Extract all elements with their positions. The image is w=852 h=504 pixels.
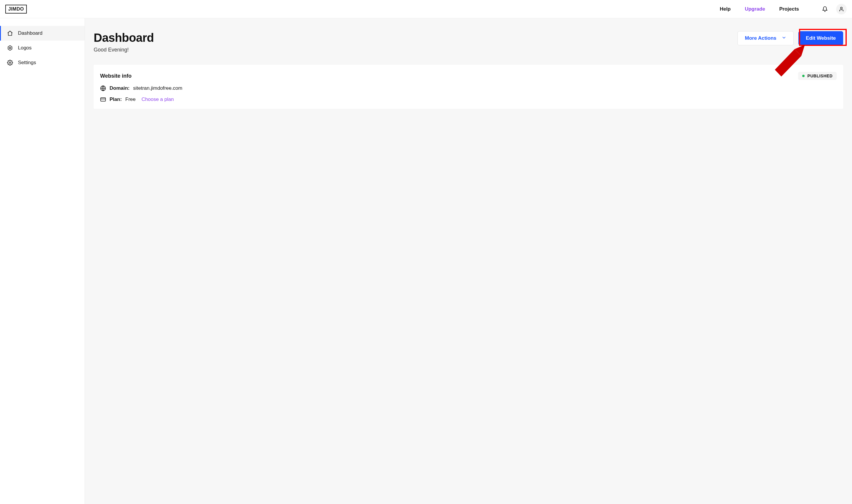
sidebar-item-label: Dashboard: [18, 30, 42, 36]
edit-website-label: Edit Website: [806, 35, 836, 41]
sidebar-item-logos[interactable]: Logos: [0, 41, 85, 55]
choose-plan-link[interactable]: Choose a plan: [142, 96, 174, 102]
card-title: Website info: [100, 73, 132, 79]
website-info-card: Website info PUBLISHED Domain: sitetran.…: [94, 65, 843, 109]
domain-row: Domain: sitetran.jimdofree.com: [100, 85, 837, 91]
svg-point-3: [10, 62, 11, 64]
logos-icon: [7, 45, 13, 51]
home-icon: [7, 30, 13, 36]
top-icons: [822, 4, 847, 14]
card-header: Website info PUBLISHED: [100, 72, 837, 80]
page-title: Dashboard: [94, 31, 154, 44]
nav-upgrade[interactable]: Upgrade: [745, 6, 765, 12]
domain-label: Domain:: [109, 85, 129, 91]
credit-card-icon: [100, 96, 106, 102]
sidebar: Dashboard Logos Settings: [0, 18, 85, 504]
sidebar-item-label: Logos: [18, 45, 32, 51]
bell-icon[interactable]: [822, 6, 828, 12]
nav-help[interactable]: Help: [720, 6, 731, 12]
status-dot-icon: [802, 75, 804, 77]
svg-point-2: [9, 47, 11, 49]
page-actions: More Actions Edit Website: [737, 31, 843, 45]
status-text: PUBLISHED: [807, 74, 833, 78]
nav-projects[interactable]: Projects: [779, 6, 799, 12]
user-avatar[interactable]: [836, 4, 847, 14]
sidebar-item-settings[interactable]: Settings: [0, 55, 85, 70]
chevron-down-icon: [782, 35, 786, 41]
user-icon: [839, 6, 844, 12]
sidebar-item-dashboard[interactable]: Dashboard: [0, 26, 85, 41]
edit-website-button[interactable]: Edit Website: [798, 31, 843, 45]
plan-value: Free: [125, 96, 136, 102]
more-actions-label: More Actions: [745, 35, 776, 41]
page-header: Dashboard Good Evening! More Actions Edi…: [94, 31, 843, 53]
plan-label: Plan:: [109, 96, 122, 102]
svg-point-0: [840, 7, 842, 9]
svg-marker-1: [8, 46, 12, 51]
main-content: Dashboard Good Evening! More Actions Edi…: [85, 18, 852, 504]
status-badge: PUBLISHED: [798, 72, 837, 80]
topbar: JIMDO Help Upgrade Projects: [0, 0, 852, 18]
top-nav: Help Upgrade Projects: [720, 4, 847, 14]
sidebar-item-label: Settings: [18, 60, 36, 66]
layout: Dashboard Logos Settings Dashboard Good …: [0, 18, 852, 504]
brand-logo[interactable]: JIMDO: [5, 5, 27, 14]
globe-icon: [100, 85, 106, 91]
more-actions-button[interactable]: More Actions: [737, 31, 794, 45]
svg-rect-6: [101, 98, 106, 101]
domain-value: sitetran.jimdofree.com: [133, 85, 182, 91]
page-greeting: Good Evening!: [94, 47, 154, 53]
gear-icon: [7, 59, 13, 66]
plan-row: Plan: Free Choose a plan: [100, 96, 837, 102]
